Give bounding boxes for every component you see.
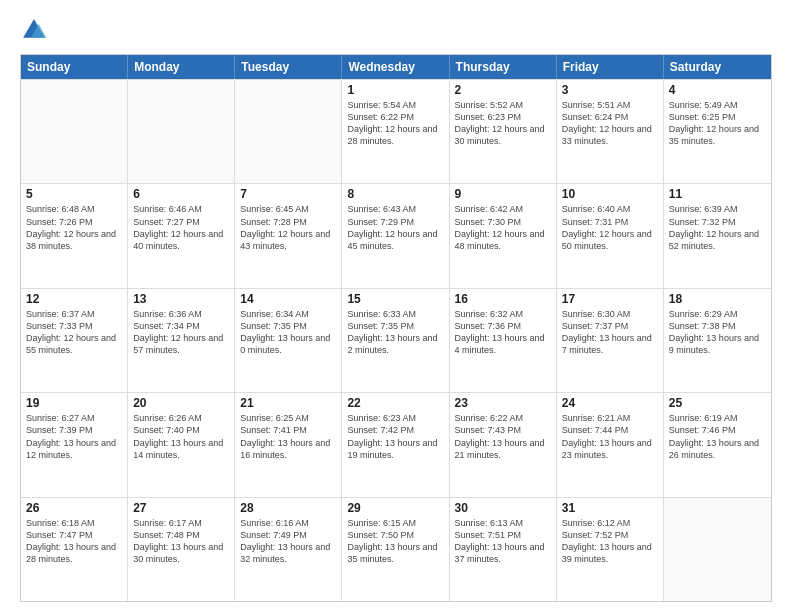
- calendar-cell: 26Sunrise: 6:18 AM Sunset: 7:47 PM Dayli…: [21, 498, 128, 601]
- calendar-row: 19Sunrise: 6:27 AM Sunset: 7:39 PM Dayli…: [21, 392, 771, 496]
- calendar-cell-empty: [664, 498, 771, 601]
- cell-detail: Sunrise: 6:19 AM Sunset: 7:46 PM Dayligh…: [669, 412, 766, 461]
- day-number: 2: [455, 83, 551, 97]
- day-number: 31: [562, 501, 658, 515]
- calendar-cell: 10Sunrise: 6:40 AM Sunset: 7:31 PM Dayli…: [557, 184, 664, 287]
- calendar-header-cell: Tuesday: [235, 55, 342, 79]
- day-number: 18: [669, 292, 766, 306]
- day-number: 6: [133, 187, 229, 201]
- day-number: 22: [347, 396, 443, 410]
- calendar-header-cell: Sunday: [21, 55, 128, 79]
- day-number: 9: [455, 187, 551, 201]
- calendar-cell: 19Sunrise: 6:27 AM Sunset: 7:39 PM Dayli…: [21, 393, 128, 496]
- calendar-cell: 23Sunrise: 6:22 AM Sunset: 7:43 PM Dayli…: [450, 393, 557, 496]
- calendar-cell: 12Sunrise: 6:37 AM Sunset: 7:33 PM Dayli…: [21, 289, 128, 392]
- calendar-cell: 25Sunrise: 6:19 AM Sunset: 7:46 PM Dayli…: [664, 393, 771, 496]
- calendar-cell: 18Sunrise: 6:29 AM Sunset: 7:38 PM Dayli…: [664, 289, 771, 392]
- calendar-header-row: SundayMondayTuesdayWednesdayThursdayFrid…: [21, 55, 771, 79]
- calendar-cell: 24Sunrise: 6:21 AM Sunset: 7:44 PM Dayli…: [557, 393, 664, 496]
- calendar-body: 1Sunrise: 5:54 AM Sunset: 6:22 PM Daylig…: [21, 79, 771, 601]
- calendar-cell: 30Sunrise: 6:13 AM Sunset: 7:51 PM Dayli…: [450, 498, 557, 601]
- day-number: 29: [347, 501, 443, 515]
- cell-detail: Sunrise: 6:15 AM Sunset: 7:50 PM Dayligh…: [347, 517, 443, 566]
- cell-detail: Sunrise: 6:22 AM Sunset: 7:43 PM Dayligh…: [455, 412, 551, 461]
- logo: [20, 16, 52, 44]
- day-number: 25: [669, 396, 766, 410]
- calendar-header-cell: Friday: [557, 55, 664, 79]
- cell-detail: Sunrise: 6:25 AM Sunset: 7:41 PM Dayligh…: [240, 412, 336, 461]
- day-number: 27: [133, 501, 229, 515]
- calendar-cell: 1Sunrise: 5:54 AM Sunset: 6:22 PM Daylig…: [342, 80, 449, 183]
- calendar-cell: 11Sunrise: 6:39 AM Sunset: 7:32 PM Dayli…: [664, 184, 771, 287]
- day-number: 7: [240, 187, 336, 201]
- cell-detail: Sunrise: 6:29 AM Sunset: 7:38 PM Dayligh…: [669, 308, 766, 357]
- day-number: 5: [26, 187, 122, 201]
- calendar-cell: 28Sunrise: 6:16 AM Sunset: 7:49 PM Dayli…: [235, 498, 342, 601]
- cell-detail: Sunrise: 6:13 AM Sunset: 7:51 PM Dayligh…: [455, 517, 551, 566]
- day-number: 20: [133, 396, 229, 410]
- day-number: 4: [669, 83, 766, 97]
- day-number: 14: [240, 292, 336, 306]
- day-number: 11: [669, 187, 766, 201]
- day-number: 15: [347, 292, 443, 306]
- calendar-row: 26Sunrise: 6:18 AM Sunset: 7:47 PM Dayli…: [21, 497, 771, 601]
- calendar-cell: 9Sunrise: 6:42 AM Sunset: 7:30 PM Daylig…: [450, 184, 557, 287]
- calendar-cell: 27Sunrise: 6:17 AM Sunset: 7:48 PM Dayli…: [128, 498, 235, 601]
- cell-detail: Sunrise: 6:12 AM Sunset: 7:52 PM Dayligh…: [562, 517, 658, 566]
- calendar-row: 12Sunrise: 6:37 AM Sunset: 7:33 PM Dayli…: [21, 288, 771, 392]
- cell-detail: Sunrise: 6:26 AM Sunset: 7:40 PM Dayligh…: [133, 412, 229, 461]
- cell-detail: Sunrise: 6:42 AM Sunset: 7:30 PM Dayligh…: [455, 203, 551, 252]
- calendar-cell: 21Sunrise: 6:25 AM Sunset: 7:41 PM Dayli…: [235, 393, 342, 496]
- calendar-cell: 29Sunrise: 6:15 AM Sunset: 7:50 PM Dayli…: [342, 498, 449, 601]
- day-number: 28: [240, 501, 336, 515]
- calendar-header-cell: Wednesday: [342, 55, 449, 79]
- calendar: SundayMondayTuesdayWednesdayThursdayFrid…: [20, 54, 772, 602]
- calendar-cell: 22Sunrise: 6:23 AM Sunset: 7:42 PM Dayli…: [342, 393, 449, 496]
- cell-detail: Sunrise: 5:49 AM Sunset: 6:25 PM Dayligh…: [669, 99, 766, 148]
- calendar-cell: 13Sunrise: 6:36 AM Sunset: 7:34 PM Dayli…: [128, 289, 235, 392]
- calendar-cell: 16Sunrise: 6:32 AM Sunset: 7:36 PM Dayli…: [450, 289, 557, 392]
- day-number: 23: [455, 396, 551, 410]
- calendar-cell: 6Sunrise: 6:46 AM Sunset: 7:27 PM Daylig…: [128, 184, 235, 287]
- calendar-cell: 5Sunrise: 6:48 AM Sunset: 7:26 PM Daylig…: [21, 184, 128, 287]
- calendar-cell: 14Sunrise: 6:34 AM Sunset: 7:35 PM Dayli…: [235, 289, 342, 392]
- calendar-header-cell: Saturday: [664, 55, 771, 79]
- page: SundayMondayTuesdayWednesdayThursdayFrid…: [0, 0, 792, 612]
- cell-detail: Sunrise: 6:39 AM Sunset: 7:32 PM Dayligh…: [669, 203, 766, 252]
- cell-detail: Sunrise: 6:27 AM Sunset: 7:39 PM Dayligh…: [26, 412, 122, 461]
- day-number: 13: [133, 292, 229, 306]
- day-number: 12: [26, 292, 122, 306]
- day-number: 17: [562, 292, 658, 306]
- calendar-cell-empty: [21, 80, 128, 183]
- calendar-row: 5Sunrise: 6:48 AM Sunset: 7:26 PM Daylig…: [21, 183, 771, 287]
- calendar-cell: 4Sunrise: 5:49 AM Sunset: 6:25 PM Daylig…: [664, 80, 771, 183]
- calendar-cell: 17Sunrise: 6:30 AM Sunset: 7:37 PM Dayli…: [557, 289, 664, 392]
- day-number: 3: [562, 83, 658, 97]
- cell-detail: Sunrise: 6:45 AM Sunset: 7:28 PM Dayligh…: [240, 203, 336, 252]
- calendar-cell: 15Sunrise: 6:33 AM Sunset: 7:35 PM Dayli…: [342, 289, 449, 392]
- day-number: 8: [347, 187, 443, 201]
- cell-detail: Sunrise: 6:46 AM Sunset: 7:27 PM Dayligh…: [133, 203, 229, 252]
- day-number: 30: [455, 501, 551, 515]
- cell-detail: Sunrise: 5:52 AM Sunset: 6:23 PM Dayligh…: [455, 99, 551, 148]
- cell-detail: Sunrise: 6:16 AM Sunset: 7:49 PM Dayligh…: [240, 517, 336, 566]
- calendar-row: 1Sunrise: 5:54 AM Sunset: 6:22 PM Daylig…: [21, 79, 771, 183]
- logo-icon: [20, 16, 48, 44]
- cell-detail: Sunrise: 6:37 AM Sunset: 7:33 PM Dayligh…: [26, 308, 122, 357]
- cell-detail: Sunrise: 6:40 AM Sunset: 7:31 PM Dayligh…: [562, 203, 658, 252]
- header: [20, 16, 772, 44]
- day-number: 24: [562, 396, 658, 410]
- day-number: 10: [562, 187, 658, 201]
- cell-detail: Sunrise: 5:51 AM Sunset: 6:24 PM Dayligh…: [562, 99, 658, 148]
- day-number: 16: [455, 292, 551, 306]
- calendar-cell: 2Sunrise: 5:52 AM Sunset: 6:23 PM Daylig…: [450, 80, 557, 183]
- day-number: 21: [240, 396, 336, 410]
- calendar-cell: 3Sunrise: 5:51 AM Sunset: 6:24 PM Daylig…: [557, 80, 664, 183]
- calendar-cell: 7Sunrise: 6:45 AM Sunset: 7:28 PM Daylig…: [235, 184, 342, 287]
- cell-detail: Sunrise: 6:23 AM Sunset: 7:42 PM Dayligh…: [347, 412, 443, 461]
- calendar-header-cell: Thursday: [450, 55, 557, 79]
- cell-detail: Sunrise: 6:43 AM Sunset: 7:29 PM Dayligh…: [347, 203, 443, 252]
- cell-detail: Sunrise: 6:34 AM Sunset: 7:35 PM Dayligh…: [240, 308, 336, 357]
- calendar-header-cell: Monday: [128, 55, 235, 79]
- day-number: 19: [26, 396, 122, 410]
